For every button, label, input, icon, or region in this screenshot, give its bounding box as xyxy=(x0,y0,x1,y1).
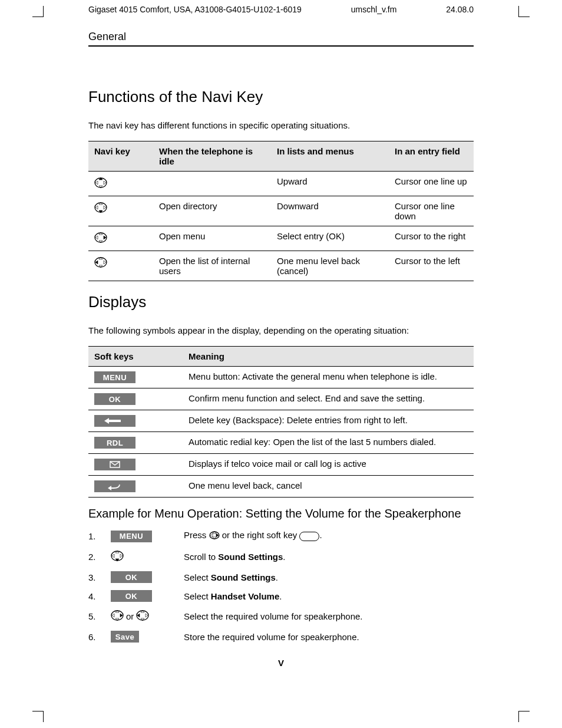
navi-idle: Open directory xyxy=(153,196,271,226)
svg-marker-14 xyxy=(104,236,106,239)
softkey-meaning: Automatic redial key: Open the list of t… xyxy=(183,432,474,454)
navi-th-entry: In an entry field xyxy=(389,141,474,172)
softkey-save: Save xyxy=(111,631,139,643)
soft-th-meaning: Meaning xyxy=(183,347,474,367)
svg-marker-19 xyxy=(104,261,106,264)
crop-mark-bl xyxy=(32,711,44,722)
intro-displays: The following symbols appear in the disp… xyxy=(88,325,474,335)
navi-list: One menu level back (cancel) xyxy=(271,251,389,281)
navi-idle xyxy=(153,172,271,196)
navi-icon-left xyxy=(136,609,149,624)
softkey-rdl: RDL xyxy=(94,437,135,449)
svg-marker-13 xyxy=(95,236,98,239)
softkey-meaning: Displays if telco voice mail or call log… xyxy=(183,454,474,476)
crop-mark-br xyxy=(518,711,530,722)
navi-icon-right xyxy=(111,609,124,624)
running-head: General xyxy=(88,31,474,47)
softkey-row: One menu level back, cancel xyxy=(88,476,474,498)
softkey-back-icon xyxy=(94,480,135,492)
svg-marker-20 xyxy=(104,418,121,424)
svg-marker-8 xyxy=(95,206,98,209)
doc-date: 24.08.0 xyxy=(446,5,474,14)
svg-marker-41 xyxy=(137,614,140,617)
step-text: Select the required volume for speakerph… xyxy=(184,611,474,621)
navi-entry: Cursor to the right xyxy=(389,226,474,251)
svg-marker-32 xyxy=(120,554,123,558)
softkey-row: MENU Menu button: Activate the general m… xyxy=(88,367,474,388)
step-item: or Select the required volume for speake… xyxy=(88,605,474,627)
navi-row: Open menu Select entry (OK) Cursor to th… xyxy=(88,226,474,251)
step-item: OK Select Sound Settings. xyxy=(88,568,474,587)
softkey-oval-icon xyxy=(299,532,319,541)
page-number: V xyxy=(88,658,474,668)
navi-icon-right-inline xyxy=(209,530,220,542)
steps-list: MENU Press or the right soft key . Scrol… xyxy=(88,526,474,646)
soft-th-key: Soft keys xyxy=(88,347,183,367)
softkey-table: Soft keys Meaning MENU Menu button: Acti… xyxy=(88,346,474,498)
navi-icon-down xyxy=(111,549,124,564)
softkey-row: Displays if telco voice mail or call log… xyxy=(88,454,474,476)
softkey-menu: MENU xyxy=(111,531,152,542)
softkey-ok: OK xyxy=(111,571,152,583)
navi-th-key: Navi key xyxy=(88,141,153,172)
heading-example: Example for Menu Operation: Setting the … xyxy=(88,507,474,521)
softkey-row: RDL Automatic redial key: Open the list … xyxy=(88,432,474,454)
navi-th-idle: When the tele­phone is idle xyxy=(153,141,271,172)
svg-marker-18 xyxy=(95,261,98,264)
svg-marker-37 xyxy=(120,614,123,617)
step-text: Press or the right soft key . xyxy=(184,530,474,542)
navi-entry: Cursor one line up xyxy=(389,172,474,196)
softkey-row: Delete key (Backspace): Delete entries f… xyxy=(88,410,474,432)
navi-idle: Open the list of inter­nal users xyxy=(153,251,271,281)
svg-marker-31 xyxy=(112,554,114,558)
svg-marker-27 xyxy=(216,533,219,537)
svg-marker-26 xyxy=(210,533,213,537)
softkey-meaning: Delete key (Backspace): Delete entries f… xyxy=(183,410,474,432)
step-item: Save Store the required volume for speak… xyxy=(88,627,474,646)
softkey-row: OK Confirm menu function and select. End… xyxy=(88,388,474,410)
svg-marker-9 xyxy=(104,206,106,209)
step-item: Scroll to Sound Settings. xyxy=(88,546,474,568)
softkey-mail-icon xyxy=(94,459,135,470)
step-item: MENU Press or the right soft key . xyxy=(88,526,474,546)
step-text: Select Handset Volume. xyxy=(184,591,474,601)
navi-table: Navi key When the tele­phone is idle In … xyxy=(88,141,474,281)
svg-marker-42 xyxy=(146,614,148,617)
navi-th-list: In lists and menus xyxy=(271,141,389,172)
navi-row: Upward Cursor one line up xyxy=(88,172,474,196)
navi-entry: Cursor to the left xyxy=(389,251,474,281)
navi-icon-up xyxy=(94,176,107,191)
doc-file: umschl_v.fm xyxy=(351,5,397,14)
step-text: Store the required volume for speakerpho… xyxy=(184,632,474,642)
doc-id: Gigaset 4015 Comfort, USA, A31008-G4015-… xyxy=(88,5,302,14)
heading-functions: Functions of the Navi Key xyxy=(88,88,474,106)
navi-list: Upward xyxy=(271,172,389,196)
softkey-meaning: Menu button: Activate the general menu w… xyxy=(183,367,474,388)
intro-functions: The navi key has different functions in … xyxy=(88,120,474,130)
navi-icon-right xyxy=(94,231,107,246)
navi-icon-down xyxy=(94,201,107,216)
heading-displays: Displays xyxy=(88,293,474,311)
softkey-ok: OK xyxy=(94,393,135,405)
step-text: Scroll to Sound Settings. xyxy=(184,552,474,562)
softkey-backspace-icon xyxy=(94,415,135,427)
navi-list: Select entry (OK) xyxy=(271,226,389,251)
step-or: or xyxy=(126,611,134,621)
navi-row: Open directory Downward Cursor one line … xyxy=(88,196,474,226)
crop-mark-tr xyxy=(518,6,530,17)
step-item: OK Select Handset Volume. xyxy=(88,587,474,605)
step-text: Select Sound Settings. xyxy=(184,572,474,582)
svg-marker-22 xyxy=(108,486,111,490)
crop-mark-tl xyxy=(32,6,44,17)
navi-idle: Open menu xyxy=(153,226,271,251)
softkey-meaning: One menu level back, cancel xyxy=(183,476,474,498)
svg-marker-4 xyxy=(104,181,106,185)
softkey-ok: OK xyxy=(111,590,152,602)
softkey-meaning: Confirm menu function and select. End an… xyxy=(183,388,474,410)
navi-list: Downward xyxy=(271,196,389,226)
navi-icon-left xyxy=(94,256,107,271)
navi-row: Open the list of inter­nal users One men… xyxy=(88,251,474,281)
softkey-menu: MENU xyxy=(94,371,135,383)
svg-marker-3 xyxy=(95,181,98,185)
navi-entry: Cursor one line down xyxy=(389,196,474,226)
